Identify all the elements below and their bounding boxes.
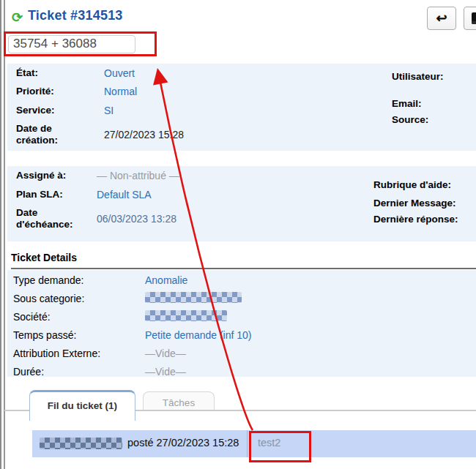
tab-tasks[interactable]: Tâches: [143, 391, 215, 410]
sla-plan-value[interactable]: Default SLA: [97, 189, 152, 200]
window-left-border: [0, 0, 5, 469]
field-label: Service:: [16, 105, 55, 116]
detail-label: Temps passé:: [13, 329, 76, 341]
ticket-summary-block: État: Ouvert Priorité: Normal Service: S…: [7, 64, 476, 151]
detail-label: Durée:: [13, 366, 44, 378]
detail-label: Sous categorie:: [13, 293, 84, 304]
assignee-value: — Non-attribué —: [97, 170, 179, 181]
tab-ticket-thread[interactable]: Fil du ticket (1): [29, 390, 135, 421]
request-type-value[interactable]: Anomalie: [145, 274, 187, 286]
status-value[interactable]: Ouvert: [104, 67, 135, 79]
field-label: Priorité:: [16, 86, 54, 97]
detail-label: Société:: [13, 311, 51, 323]
page-title: Ticket #314513: [28, 8, 123, 23]
ticket-details-heading: Ticket Details: [11, 252, 476, 269]
field-label: Dernier Message:: [373, 198, 456, 209]
annotation-highlight-box: 35754 + 36088: [4, 31, 157, 56]
priority-value[interactable]: Normal: [104, 86, 137, 97]
duration-value: —Vide—: [145, 366, 186, 378]
creation-date-value: 27/02/2023 15:28: [104, 129, 184, 140]
annotation-highlight-box-message: [249, 431, 311, 462]
refresh-icon[interactable]: ⟳: [12, 10, 23, 26]
field-label: État:: [16, 67, 38, 78]
due-date-value: 06/03/2023 13:28: [97, 213, 176, 225]
reply-button[interactable]: ↩: [427, 7, 456, 30]
ticket-page: ⟳ Ticket #314513 ↩ 35754 + 36088 État: O…: [0, 0, 476, 469]
ticket-assignment-block: Assigné à: — Non-attribué — Plan SLA: De…: [7, 166, 476, 241]
field-label: Plan SLA:: [16, 189, 63, 200]
reply-arrow-icon: ↩: [436, 12, 447, 25]
print-button[interactable]: [464, 7, 476, 30]
field-label: Date de création:: [16, 123, 89, 146]
field-label: Email:: [392, 98, 422, 109]
field-label: Dernière réponse:: [373, 214, 458, 225]
service-value[interactable]: SI: [104, 105, 114, 116]
external-attribution-value: —Vide—: [145, 348, 186, 359]
redacted-author-name: [40, 438, 122, 449]
thread-separator: [247, 430, 248, 457]
thread-posted-text: posté 27/02/2023 15:28: [127, 437, 239, 449]
time-spent-value[interactable]: Petite demande (inf 10): [145, 329, 252, 341]
field-label: Rubrique d'aide:: [373, 179, 451, 190]
field-label: Source:: [392, 114, 428, 125]
ticket-numbers-text: 35754 + 36088: [13, 37, 97, 51]
ticket-details-table: Type demande: Anomalie Sous categorie: S…: [7, 270, 476, 377]
field-label: Assigné à:: [16, 170, 66, 181]
detail-label: Type demande:: [13, 274, 84, 286]
redacted-subcategory-value: [145, 292, 242, 303]
field-label: Date d'échéance:: [16, 207, 89, 230]
detail-label: Attribution Externe:: [13, 348, 100, 359]
field-label: Utilisateur:: [392, 71, 444, 82]
print-icon: [472, 12, 476, 24]
redacted-company-value: [145, 310, 227, 321]
